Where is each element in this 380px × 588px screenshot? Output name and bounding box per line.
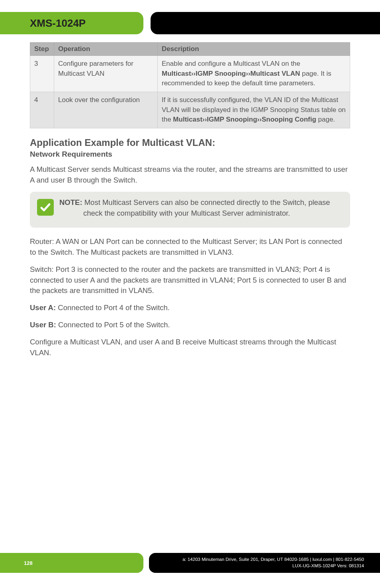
- cell-description: Enable and configure a Multicast VLAN on…: [158, 56, 350, 92]
- desc-bold: Multicast››IGMP Snooping››Snooping Confi…: [173, 116, 316, 123]
- note-text-block: NOTE: Most Multicast Servers can also be…: [59, 197, 343, 219]
- col-header-description: Description: [158, 43, 350, 56]
- desc-text: page.: [316, 116, 335, 123]
- section-subtitle: Network Requirements: [30, 150, 350, 159]
- paragraph-user-a: User A: Connected to Port 4 of the Switc…: [30, 303, 350, 313]
- header-black-bar: [151, 12, 380, 34]
- paragraph-user-b: User B: Connected to Port 5 of the Switc…: [30, 320, 350, 330]
- page-footer: 128 a: 14203 Minuteman Drive, Suite 201,…: [0, 553, 380, 573]
- note-callout: NOTE: Most Multicast Servers can also be…: [30, 192, 350, 228]
- steps-table: Step Operation Description 3 Configure p…: [30, 42, 350, 128]
- paragraph-configure: Configure a Multicast VLAN, and user A a…: [30, 337, 350, 358]
- page-number: 128: [24, 560, 33, 566]
- section-title: Application Example for Multicast VLAN:: [30, 137, 350, 148]
- cell-description: If it is successfully configured, the VL…: [158, 92, 350, 128]
- checkmark-icon: [37, 199, 54, 216]
- page-header: XMS-1024P: [0, 12, 380, 34]
- cell-operation: Look over the configuration: [54, 92, 158, 128]
- desc-bold: Multicast››IGMP Snooping››Multicast VLAN: [162, 70, 300, 77]
- table-row: 4 Look over the configuration If it is s…: [30, 92, 350, 128]
- user-a-label: User A:: [30, 303, 56, 312]
- product-model-badge: XMS-1024P: [0, 12, 143, 34]
- note-body: Most Multicast Servers can also be conne…: [82, 198, 330, 217]
- footer-doc-version: LUX-UG-XMS-1024P Vers: 081314: [292, 563, 364, 569]
- paragraph-switch: Switch: Port 3 is connected to the route…: [30, 264, 350, 296]
- footer-page-number-badge: 128: [0, 553, 143, 573]
- cell-step: 4: [30, 92, 54, 128]
- table-row: 3 Configure parameters for Multicast VLA…: [30, 56, 350, 92]
- footer-address: a: 14203 Minuteman Drive, Suite 201, Dra…: [182, 557, 364, 563]
- page-content: Step Operation Description 3 Configure p…: [0, 42, 380, 358]
- product-model-text: XMS-1024P: [30, 17, 86, 29]
- paragraph-intro: A Multicast Server sends Multicast strea…: [30, 164, 350, 186]
- footer-info: a: 14203 Minuteman Drive, Suite 201, Dra…: [149, 553, 380, 573]
- desc-text: Enable and configure a Multicast VLAN on…: [162, 60, 300, 67]
- col-header-step: Step: [30, 43, 54, 56]
- user-b-text: Connected to Port 5 of the Switch.: [56, 321, 170, 329]
- cell-operation: Configure parameters for Multicast VLAN: [54, 56, 158, 92]
- note-label: NOTE:: [59, 198, 82, 206]
- paragraph-router: Router: A WAN or LAN Port can be connect…: [30, 236, 350, 258]
- col-header-operation: Operation: [54, 43, 158, 56]
- cell-step: 3: [30, 56, 54, 92]
- user-a-text: Connected to Port 4 of the Switch.: [56, 303, 170, 312]
- user-b-label: User B:: [30, 321, 56, 329]
- table-header-row: Step Operation Description: [30, 43, 350, 56]
